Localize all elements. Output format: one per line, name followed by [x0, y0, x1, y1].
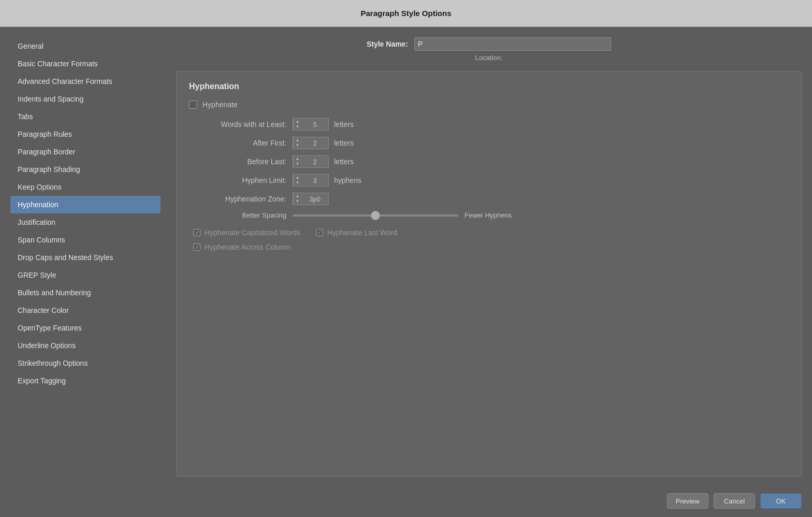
sidebar-item-paragraph-shading[interactable]: Paragraph Shading	[10, 161, 161, 178]
unit-label-1: letters	[334, 139, 354, 147]
spinner-down-0[interactable]: ▼	[296, 124, 300, 130]
spinner-up-0[interactable]: ▲	[296, 119, 300, 124]
spinner-value-0: 5	[301, 121, 328, 128]
form-row-0: Words with at Least:▲▼5letters	[189, 118, 789, 131]
dialog-body: GeneralBasic Character FormatsAdvanced C…	[0, 27, 812, 517]
checkbox-row-1: ✓Hyphenate Across Column	[193, 243, 789, 251]
spinner-value-4: 3p0	[301, 195, 328, 203]
checkbox-item-hyphenate-across-column[interactable]: ✓Hyphenate Across Column	[193, 243, 291, 251]
spinner-up-4[interactable]: ▲	[296, 194, 300, 199]
sidebar-item-basic-character-formats[interactable]: Basic Character Formats	[10, 55, 161, 73]
slider-left-label: Better Spacing	[189, 211, 293, 219]
spinner-3[interactable]: ▲▼3	[293, 174, 329, 186]
field-label-4: Hyphenation Zone:	[189, 195, 293, 203]
title-bar: Paragraph Style Options	[0, 0, 812, 27]
sidebar-item-tabs[interactable]: Tabs	[10, 108, 161, 125]
spinner-value-3: 3	[301, 177, 328, 184]
section-title: Hyphenation	[189, 82, 789, 91]
sidebar-item-paragraph-border[interactable]: Paragraph Border	[10, 143, 161, 161]
main-panel: Style Name: Location: Hyphenation Hyphen…	[161, 37, 802, 477]
spinner-value-1: 2	[301, 139, 328, 147]
form-row-3: Hyphen Limit:▲▼3hyphens	[189, 174, 789, 186]
hyphenate-checkbox[interactable]	[189, 100, 197, 109]
unit-label-2: letters	[334, 157, 354, 166]
spinner-arrows-2[interactable]: ▲▼	[293, 155, 301, 168]
checkbox-label-hyphenate-capitalized: Hyphenate Capitalized Words	[205, 228, 300, 237]
form-row-1: After First:▲▼2letters	[189, 137, 789, 149]
spinner-down-4[interactable]: ▼	[296, 199, 300, 204]
sidebar-item-span-columns[interactable]: Span Columns	[10, 231, 161, 249]
spinner-down-2[interactable]: ▼	[296, 162, 300, 167]
style-name-row: Style Name:	[176, 37, 802, 51]
sidebar-item-character-color[interactable]: Character Color	[10, 301, 161, 319]
sidebar-item-indents-and-spacing[interactable]: Indents and Spacing	[10, 90, 161, 108]
checkbox-item-hyphenate-capitalized[interactable]: ✓Hyphenate Capitalized Words	[193, 228, 300, 237]
sidebar-item-hyphenation[interactable]: Hyphenation	[10, 196, 161, 213]
style-name-label: Style Name:	[367, 40, 408, 48]
sidebar-item-opentype-features[interactable]: OpenType Features	[10, 319, 161, 337]
location-label: Location:	[475, 54, 503, 62]
field-label-2: Before Last:	[189, 157, 293, 166]
spinner-arrows-4[interactable]: ▲▼	[293, 193, 301, 205]
section-box: Hyphenation Hyphenate Words with at Leas…	[176, 71, 802, 477]
sidebar-item-general[interactable]: General	[10, 37, 161, 55]
unit-label-3: hyphens	[334, 176, 361, 184]
checkbox-item-hyphenate-last-word[interactable]: ✓Hyphenate Last Word	[316, 228, 397, 237]
sidebar-item-underline-options[interactable]: Underline Options	[10, 337, 161, 354]
form-fields: Words with at Least:▲▼5lettersAfter Firs…	[189, 118, 789, 205]
sidebar-item-drop-caps-and-nested-styles[interactable]: Drop Caps and Nested Styles	[10, 249, 161, 266]
sidebar-item-export-tagging[interactable]: Export Tagging	[10, 372, 161, 390]
hyphenate-label: Hyphenate	[202, 100, 238, 109]
spinner-2[interactable]: ▲▼2	[293, 155, 329, 168]
bottom-bar: Preview Cancel OK	[0, 487, 812, 517]
dialog-title: Paragraph Style Options	[360, 9, 451, 18]
slider-track[interactable]	[293, 214, 458, 217]
unit-label-0: letters	[334, 120, 354, 128]
checkbox-row-0: ✓Hyphenate Capitalized Words✓Hyphenate L…	[193, 228, 789, 237]
style-name-input[interactable]	[414, 37, 611, 51]
sidebar-item-paragraph-rules[interactable]: Paragraph Rules	[10, 125, 161, 143]
sidebar-item-grep-style[interactable]: GREP Style	[10, 266, 161, 284]
spacing-slider-row: Better Spacing Fewer Hyphens	[189, 211, 789, 219]
field-label-1: After First:	[189, 139, 293, 147]
spinner-4[interactable]: ▲▼3p0	[293, 193, 329, 205]
field-label-0: Words with at Least:	[189, 120, 293, 128]
sidebar: GeneralBasic Character FormatsAdvanced C…	[10, 37, 161, 477]
hyphenate-row[interactable]: Hyphenate	[189, 100, 789, 109]
spinner-up-1[interactable]: ▲	[296, 138, 300, 143]
spinner-1[interactable]: ▲▼2	[293, 137, 329, 149]
preview-button[interactable]: Preview	[667, 493, 708, 509]
checkbox-box-hyphenate-across-column[interactable]: ✓	[193, 243, 200, 251]
checkbox-box-hyphenate-capitalized[interactable]: ✓	[193, 229, 200, 236]
form-row-4: Hyphenation Zone:▲▼3p0	[189, 193, 789, 205]
sidebar-item-advanced-character-formats[interactable]: Advanced Character Formats	[10, 73, 161, 90]
field-label-3: Hyphen Limit:	[189, 176, 293, 184]
slider-thumb[interactable]	[371, 211, 380, 220]
spinner-arrows-0[interactable]: ▲▼	[293, 118, 301, 131]
spinner-down-1[interactable]: ▼	[296, 143, 300, 148]
spinner-value-2: 2	[301, 158, 328, 166]
checkbox-label-hyphenate-last-word: Hyphenate Last Word	[327, 228, 397, 237]
spinner-up-2[interactable]: ▲	[296, 156, 300, 162]
content-area: GeneralBasic Character FormatsAdvanced C…	[0, 27, 812, 487]
spinner-down-3[interactable]: ▼	[296, 180, 300, 185]
location-row: Location:	[176, 54, 802, 62]
sidebar-item-strikethrough-options[interactable]: Strikethrough Options	[10, 354, 161, 372]
spinner-arrows-1[interactable]: ▲▼	[293, 137, 301, 149]
form-row-2: Before Last:▲▼2letters	[189, 155, 789, 168]
cancel-button[interactable]: Cancel	[714, 493, 755, 509]
spinner-arrows-3[interactable]: ▲▼	[293, 174, 301, 186]
checkbox-box-hyphenate-last-word[interactable]: ✓	[316, 229, 323, 236]
slider-right-label: Fewer Hyphens	[465, 211, 512, 219]
spinner-up-3[interactable]: ▲	[296, 175, 300, 180]
bottom-checkboxes: ✓Hyphenate Capitalized Words✓Hyphenate L…	[193, 228, 789, 251]
checkbox-label-hyphenate-across-column: Hyphenate Across Column	[205, 243, 291, 251]
spinner-0[interactable]: ▲▼5	[293, 118, 329, 131]
ok-button[interactable]: OK	[760, 493, 802, 509]
sidebar-item-justification[interactable]: Justification	[10, 213, 161, 231]
sidebar-item-keep-options[interactable]: Keep Options	[10, 178, 161, 196]
sidebar-item-bullets-and-numbering[interactable]: Bullets and Numbering	[10, 284, 161, 301]
